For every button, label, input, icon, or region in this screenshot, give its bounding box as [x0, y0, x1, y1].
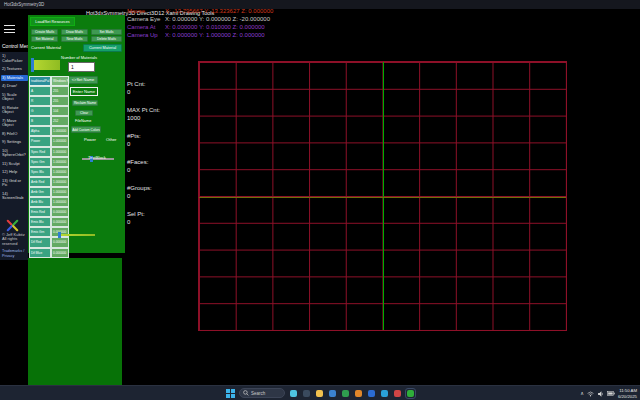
y-axis-line: [383, 62, 384, 330]
color-table-row[interactable]: Amb Red 1.000000: [29, 177, 69, 187]
hot3dx-app-icon[interactable]: [406, 389, 415, 398]
materials-panel: Make Materials Load/Set Resources Create…: [28, 15, 125, 253]
slider-knob[interactable]: [31, 66, 34, 72]
task-view-icon[interactable]: [302, 389, 311, 398]
copilot-icon[interactable]: [289, 389, 298, 398]
x-axis-line: [199, 197, 566, 198]
sidebar: 1) ColorPicker 2) Textures 3) Materials …: [0, 52, 28, 260]
color-table-row[interactable]: Amb Blu 1.000000: [29, 197, 69, 207]
clock-date: 6/20/2025: [618, 394, 637, 400]
clock-app-icon[interactable]: [380, 389, 389, 398]
color-table-row[interactable]: Power 1.000000: [29, 136, 69, 146]
color-value-table: traditionalPal Windows Pal A 255 R 255 G…: [29, 76, 69, 268]
create-matls-button[interactable]: Create Matls: [31, 29, 58, 35]
sidebar-item[interactable]: 13) Grid or Pic: [1, 178, 28, 189]
sidebar-item[interactable]: 2) Textures: [1, 66, 28, 73]
sidebar-item[interactable]: 1) ColorPicker: [1, 53, 28, 64]
taskbar-search[interactable]: Search: [239, 388, 285, 398]
color-table-row[interactable]: Spec Red 1.000000: [29, 147, 69, 157]
stat-block: #Faces: 0: [127, 158, 160, 174]
pin-app-icon[interactable]: [393, 389, 402, 398]
slider-alpha[interactable]: [31, 68, 60, 70]
icon-glyph: [303, 390, 310, 397]
green-app-icon[interactable]: [341, 389, 350, 398]
info-line: Camera UpX: 0.000000 Y: 1.000000 Z: 0.00…: [127, 31, 273, 39]
stat-block: #Groups: 0: [127, 184, 160, 200]
sidebar-item[interactable]: 11) Sculpt: [1, 161, 28, 168]
trademarks-privacy-links[interactable]: Trademarks / Privacy: [2, 249, 27, 258]
window-title: Hot3dxSymmetry3D: [4, 2, 44, 7]
sidebar-item[interactable]: 6) Rotate Object: [1, 105, 28, 116]
materials-tab[interactable]: Load/Set Resources: [30, 17, 75, 26]
set-matls-button[interactable]: Set Matls: [91, 29, 122, 35]
tray-chevron-icon[interactable]: ∧: [580, 391, 584, 396]
wifi-icon[interactable]: [587, 391, 594, 397]
clear-button[interactable]: Clear: [75, 110, 93, 116]
reclaim-name-button[interactable]: Reclaim Name: [72, 100, 98, 106]
file-explorer-icon[interactable]: [315, 389, 324, 398]
color-table-row[interactable]: Dif Red 0.000000: [29, 237, 69, 247]
stat-block: MAX Pt Cnt: 1000: [127, 106, 160, 122]
enter-name-field[interactable]: Enter Name: [70, 87, 98, 96]
color-table-row[interactable]: Alpha 1.000000: [29, 126, 69, 136]
sidebar-item[interactable]: 10) SphereOrbit?: [1, 148, 28, 159]
sidebar-item[interactable]: 8) FileIO: [1, 131, 28, 138]
color-table-row[interactable]: Spec Blu 1.000000: [29, 167, 69, 177]
color-table-row[interactable]: Amb Grn 1.000000: [29, 187, 69, 197]
draw-matls-button[interactable]: Draw Matls: [61, 29, 88, 35]
delete-matls-button[interactable]: Delete Matls: [91, 36, 122, 42]
viewport-stats: Pt Cnt: 0 MAX Pt Cnt: 1000 #Pts: 0 #Face…: [127, 80, 160, 236]
color-table-row[interactable]: R 255: [29, 96, 69, 106]
window-titlebar: Hot3dxSymmetry3D: [0, 0, 640, 9]
icon-glyph: [329, 390, 336, 397]
color-table-row[interactable]: B 252: [29, 116, 69, 126]
sidebar-item[interactable]: 3) Materials: [1, 75, 28, 82]
battery-icon[interactable]: [607, 391, 615, 396]
set-material-button[interactable]: Set Material: [31, 36, 58, 42]
color-table-row[interactable]: Emis Blu 0.000000: [29, 217, 69, 227]
info-line: Camera EyeX: 0.000000 Y: 0.000000 Z: -20…: [127, 15, 273, 23]
sidebar-item[interactable]: 4) Draw!: [1, 83, 28, 90]
current-material-button[interactable]: Current Material: [83, 44, 122, 52]
color-table-row[interactable]: Spec Grn 1.000000: [29, 157, 69, 167]
icon-glyph: [290, 390, 297, 397]
filename-label: FileName: [75, 119, 91, 123]
sidebar-item[interactable]: 14) ScreenGrab: [1, 191, 28, 202]
info-line: Camera AtX: 0.000000 Y: 0.010000 Z: 0.00…: [127, 23, 273, 31]
taskbar: Search ∧: [0, 385, 640, 400]
preview-panel: [28, 258, 122, 385]
volume-icon[interactable]: [597, 391, 604, 397]
icon-glyph: [394, 390, 401, 397]
sidebar-item[interactable]: 7) Move Object: [1, 118, 28, 129]
color-table-row[interactable]: Dif Blue 0.000000: [29, 248, 69, 258]
sidebar-item[interactable]: 12) Help: [1, 169, 28, 176]
viewport-grid[interactable]: [198, 61, 567, 331]
edge-browser-icon[interactable]: [328, 389, 337, 398]
icon-glyph: [316, 390, 323, 397]
stat-block: Pt Cnt: 0: [127, 80, 160, 96]
textblock-label: TextBlock: [88, 155, 106, 160]
add-custom-colors-button[interactable]: Add Custom Colors: [71, 126, 101, 133]
start-button[interactable]: [225, 388, 235, 398]
color-table-row[interactable]: Emis Red 0.000000: [29, 207, 69, 217]
footer-logo-icon: [6, 218, 19, 231]
table-slider-knob[interactable]: [58, 232, 61, 238]
stat-block: #Pts: 0: [127, 132, 160, 148]
color-table-row[interactable]: G 104: [29, 106, 69, 116]
blue-app-icon[interactable]: [367, 389, 376, 398]
sidebar-item[interactable]: 9) Settings: [1, 139, 28, 146]
taskbar-clock[interactable]: 11:50 AM 6/20/2025: [618, 388, 637, 399]
new-matls-button[interactable]: New Matls: [61, 36, 88, 42]
table-slider[interactable]: [58, 234, 95, 236]
viewport-info-lines: MouseX: -13.795667 Y: 13.323627 Z: 0.000…: [127, 7, 273, 39]
orange-app-icon[interactable]: [354, 389, 363, 398]
icon-glyph: [342, 390, 349, 397]
sidebar-item[interactable]: 5) Scale Object: [1, 92, 28, 103]
number-of-materials-input[interactable]: 1: [68, 62, 95, 72]
icon-glyph: [355, 390, 362, 397]
sidebar-spacer: [1, 204, 28, 216]
stat-block: Sel Pt: 0: [127, 210, 160, 226]
color-table-row[interactable]: A 255: [29, 86, 69, 96]
set-name-button[interactable]: <>Set Name: [68, 76, 98, 84]
hamburger-menu-icon[interactable]: [4, 25, 15, 33]
